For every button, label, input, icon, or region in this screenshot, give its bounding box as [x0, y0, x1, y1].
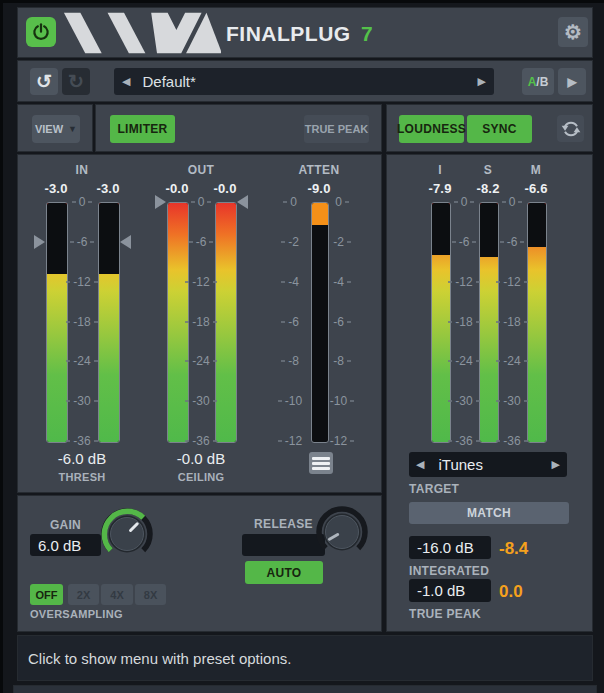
preset-next-icon[interactable]: ▶ [478, 76, 486, 87]
scale-label: -8 [320, 355, 364, 368]
gain-value-field[interactable]: 6.0 dB [30, 534, 101, 556]
scale-label: 0 [490, 196, 534, 209]
release-value-field[interactable] [242, 534, 325, 556]
loudness-label: LOUDNESS [397, 122, 466, 136]
scale-label: -12 [268, 435, 312, 448]
status-message: Click to show menu with preset options. [28, 636, 291, 680]
integrated-target-field[interactable]: -16.0 dB [409, 536, 491, 559]
in-left-peak-value: -3.0 [34, 181, 78, 196]
scale-label: -18 [60, 315, 104, 328]
out-right-peak-value: -0.0 [203, 181, 247, 196]
scale-label: -30 [179, 395, 223, 408]
limiter-section: LIMITER TRUE PEAK [95, 104, 382, 152]
scale-label: 0 [268, 196, 312, 209]
scale-label: -18 [490, 315, 534, 328]
scale-label: -12 [442, 275, 486, 288]
reset-loudness-button[interactable] [557, 115, 584, 142]
true-peak-label: TRUE PEAK [305, 123, 369, 135]
thresh-marker-left[interactable] [34, 235, 45, 249]
scale-label: -18 [442, 315, 486, 328]
thresh-value[interactable]: -6.0 dB [42, 450, 122, 467]
redo-icon: ↻ [68, 70, 84, 93]
scale-label: -10 [268, 395, 312, 408]
ab-a-label: A [528, 75, 537, 89]
auto-label: AUTO [267, 566, 302, 580]
scale-label: -6 [442, 235, 486, 248]
scale-label: -24 [60, 355, 104, 368]
preset-selector[interactable]: ◀ Default* ▶ [114, 68, 494, 95]
integrated-readout: -8.4 [499, 539, 528, 559]
scale-label: -24 [179, 355, 223, 368]
release-knob[interactable] [314, 504, 370, 560]
app-version: 7 [361, 22, 373, 45]
scale-label: -30 [490, 395, 534, 408]
atten-value: -9.0 [297, 181, 341, 196]
wave-arts-logo [61, 10, 221, 56]
undo-button[interactable]: ↺ [30, 68, 58, 95]
ab-b-label: /B [536, 75, 548, 89]
true-peak-target-field[interactable]: -1.0 dB [409, 579, 491, 602]
true-peak-toggle[interactable]: TRUE PEAK [304, 115, 369, 143]
power-button[interactable] [26, 17, 56, 47]
match-label: MATCH [467, 506, 511, 520]
match-button[interactable]: MATCH [409, 502, 569, 524]
scale-label: -24 [490, 355, 534, 368]
ceiling-marker-left[interactable] [155, 195, 166, 209]
ceiling-marker-right[interactable] [237, 195, 248, 209]
loudness-toggle[interactable]: LOUDNESS [399, 115, 464, 143]
scale-label: -12 [179, 275, 223, 288]
scale-label: -12 [320, 435, 364, 448]
atten-menu-button[interactable] [309, 452, 333, 474]
app-title: FINALPLUG 7 [226, 22, 373, 46]
loudness-panel: ◀ iTunes ▶ TARGET MATCH -16.0 dB -8.4 IN… [386, 154, 593, 632]
oversampling-8x-button[interactable]: 8X [135, 584, 166, 605]
loudness-meter-header: I [420, 163, 460, 177]
view-menu-button[interactable]: VIEW ▼ [32, 115, 80, 143]
scale-label: -6 [60, 235, 104, 248]
loudness-meter-header: S [468, 163, 508, 177]
preset-bar: ↺ ↻ ◀ Default* ▶ A/B ▶ [17, 60, 593, 102]
true-peak-readout: 0.0 [499, 582, 523, 602]
loudness-meter-header: M [516, 163, 556, 177]
release-auto-toggle[interactable]: AUTO [245, 561, 323, 584]
view-label: VIEW [35, 123, 63, 135]
plugin-window: FINALPLUG 7 ⚙ ↺ ↻ ◀ Default* ▶ A/B ▶ VIE… [0, 0, 604, 693]
true-peak-field-label: TRUE PEAK [409, 607, 481, 621]
params-panel: GAIN 6.0 dB RELEASE AUTO OVERSAMPLING OF… [17, 495, 382, 632]
gain-knob[interactable] [99, 506, 155, 562]
preset-name[interactable]: Default* [142, 73, 195, 90]
title-bar: FINALPLUG 7 ⚙ [17, 7, 593, 58]
loudness-meter-value: -6.6 [514, 181, 558, 196]
oversampling-label: OVERSAMPLING [30, 608, 123, 620]
out-left-peak-value: -0.0 [155, 181, 199, 196]
target-prev-icon[interactable]: ◀ [416, 459, 424, 470]
scale-label: -12 [60, 275, 104, 288]
scale-label: 0 [60, 196, 104, 209]
target-selector[interactable]: ◀ iTunes ▶ [409, 452, 567, 477]
preset-prev-icon[interactable]: ◀ [122, 76, 130, 87]
target-next-icon[interactable]: ▶ [552, 459, 560, 470]
sync-label: SYNC [482, 122, 517, 136]
oversampling-4x-button[interactable]: 4X [101, 584, 133, 605]
undo-icon: ↺ [36, 70, 52, 93]
redo-button[interactable]: ↻ [62, 68, 90, 95]
ceiling-value[interactable]: -0.0 dB [161, 450, 241, 467]
ab-compare-button[interactable]: A/B [522, 68, 554, 95]
sync-toggle[interactable]: SYNC [467, 115, 532, 143]
scale-label: -36 [490, 435, 534, 448]
oversampling-off-button[interactable]: OFF [30, 584, 63, 605]
limiter-label: LIMITER [117, 122, 167, 136]
integrated-label: INTEGRATED [409, 564, 489, 578]
scale-label: -36 [179, 435, 223, 448]
target-value[interactable]: iTunes [438, 456, 482, 473]
settings-button[interactable]: ⚙ [558, 17, 588, 47]
play-preset-button[interactable]: ▶ [558, 68, 586, 95]
limiter-toggle[interactable]: LIMITER [110, 115, 175, 143]
play-icon: ▶ [567, 75, 576, 89]
loudness-meter-value: -8.2 [466, 181, 510, 196]
thresh-marker-right[interactable] [120, 235, 131, 249]
loudness-meter-value: -7.9 [418, 181, 462, 196]
scale-label: -8 [268, 355, 312, 368]
oversampling-2x-button[interactable]: 2X [68, 584, 99, 605]
scale-label: -6 [179, 235, 223, 248]
